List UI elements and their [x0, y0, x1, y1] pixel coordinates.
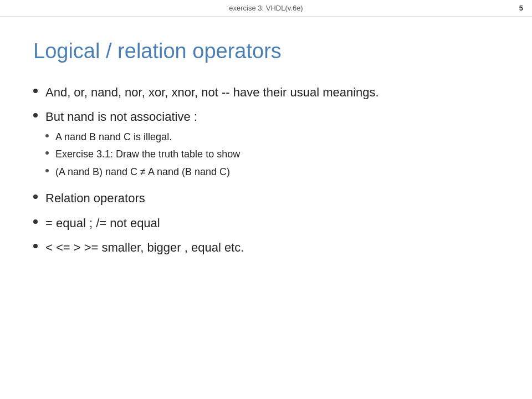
list-item: Relation operators: [33, 190, 499, 207]
list-item: < <= > >= smaller, bigger , equal etc.: [33, 239, 499, 257]
bullet-5-content: < <= > >= smaller, bigger , equal etc.: [45, 239, 499, 257]
sub-bullet-dot-1: [45, 134, 49, 137]
bullet-5-text: < <= > >= smaller, bigger , equal etc.: [45, 241, 244, 254]
header-page-number: 5: [507, 4, 523, 12]
slide-content: Logical / relation operators And, or, na…: [0, 17, 532, 399]
list-item: (A nand B) nand C ≠ A nand (B nand C): [45, 165, 499, 179]
bullet-dot-3: [33, 195, 38, 199]
sub-1-content: A nand B nand C is illegal.: [55, 130, 499, 144]
list-item: A nand B nand C is illegal.: [45, 130, 499, 144]
slide-title: Logical / relation operators: [33, 39, 499, 64]
bullet-3-text: Relation operators: [45, 191, 145, 205]
bullet-list: And, or, nand, nor, xor, xnor, not -- ha…: [33, 84, 499, 257]
bullet-2-text: But nand is not associative :: [45, 110, 197, 124]
bullet-dot-1: [33, 89, 38, 93]
bullet-dot-2: [33, 113, 38, 117]
sub-bullet-dot-3: [45, 169, 49, 172]
header-title: exercise 3: VHDL(v.6e): [25, 4, 507, 12]
header-bar: exercise 3: VHDL(v.6e) 5: [0, 0, 532, 17]
sub-1-text: A nand B nand C is illegal.: [55, 131, 172, 142]
bullet-2-content: But nand is not associative : A nand B n…: [45, 109, 499, 182]
bullet-4-text: = equal ; /= not equal: [45, 216, 160, 230]
bullet-3-content: Relation operators: [45, 190, 499, 207]
sub-3-text: (A nand B) nand C ≠ A nand (B nand C): [55, 166, 230, 177]
list-item: Exercise 3.1: Draw the truth table to sh…: [45, 147, 499, 161]
sub-3-content: (A nand B) nand C ≠ A nand (B nand C): [55, 165, 499, 179]
list-item: But nand is not associative : A nand B n…: [33, 109, 499, 182]
bullet-4-content: = equal ; /= not equal: [45, 215, 499, 232]
list-item: = equal ; /= not equal: [33, 215, 499, 232]
slide-container: exercise 3: VHDL(v.6e) 5 Logical / relat…: [0, 0, 532, 399]
bullet-1-text: And, or, nand, nor, xor, xnor, not -- ha…: [45, 85, 379, 99]
list-item: And, or, nand, nor, xor, xnor, not -- ha…: [33, 84, 499, 101]
sub-bullet-dot-2: [45, 151, 49, 155]
bullet-dot-5: [33, 244, 38, 248]
bullet-1-content: And, or, nand, nor, xor, xnor, not -- ha…: [45, 84, 499, 101]
sub-2-text: Exercise 3.1: Draw the truth table to sh…: [55, 149, 240, 160]
sub-2-content: Exercise 3.1: Draw the truth table to sh…: [55, 147, 499, 161]
bullet-dot-4: [33, 219, 38, 224]
sub-bullet-list-2: A nand B nand C is illegal. Exercise 3.1…: [45, 130, 499, 179]
